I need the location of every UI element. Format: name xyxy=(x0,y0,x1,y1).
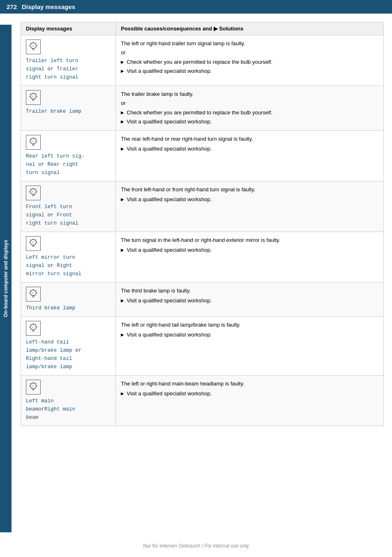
or-text: or xyxy=(121,99,378,107)
svg-line-69 xyxy=(30,383,31,384)
solutions-list: Visit a qualified specialist workshop. xyxy=(121,195,378,204)
lamp-icon: ! xyxy=(26,236,41,251)
solutions-list: Visit a qualified specialist workshop. xyxy=(121,331,378,339)
solution-item: Visit a qualified specialist workshop. xyxy=(121,246,378,254)
solutions-list: Check whether you are permitted to repla… xyxy=(121,109,378,125)
sidebar-label: On-board computer and displays xyxy=(0,25,12,532)
svg-text:!: ! xyxy=(32,190,33,193)
solution-item: Visit a qualified specialist workshop. xyxy=(121,118,378,126)
solutions-list: Visit a qualified specialist workshop. xyxy=(121,246,378,254)
solution-item: Check whether you are permitted to repla… xyxy=(121,109,378,117)
col2-header: Possible causes/consequences and ▶ Solut… xyxy=(116,22,384,35)
table-row: !Left-hand tail lamp/brake lamp or Right… xyxy=(21,317,116,376)
cause-text: The turn signal in the left-hand or righ… xyxy=(121,236,378,244)
solution-item: Visit a qualified specialist workshop. xyxy=(121,390,378,398)
svg-line-67 xyxy=(36,383,37,384)
table-row: !Third brake lamp xyxy=(21,283,116,317)
cause-text: The left or right-hand trailer turn sign… xyxy=(121,39,378,48)
lamp-icon: ! xyxy=(26,321,41,336)
cause-text: The front left-hand or front right-hand … xyxy=(121,186,378,194)
svg-line-40 xyxy=(36,240,37,241)
table-row: !Trailer left turn signal or Trailer rig… xyxy=(21,35,116,86)
main-content: Display messages Possible causes/consequ… xyxy=(12,14,392,434)
or-text: or xyxy=(121,49,378,57)
message-label: Rear left turn sig- nal or Rear right tu… xyxy=(26,152,111,177)
solution-item: Visit a qualified specialist workshop. xyxy=(121,67,378,75)
svg-line-15 xyxy=(30,94,31,95)
lamp-icon: ! xyxy=(26,39,41,54)
svg-text:!: ! xyxy=(32,140,33,143)
svg-text:!: ! xyxy=(32,44,33,47)
message-label: Trailer brake lamp xyxy=(26,107,111,116)
svg-line-13 xyxy=(36,94,37,95)
solutions-cell: The left or right-hand trailer turn sign… xyxy=(116,35,384,86)
cause-text: The third brake lamp is faulty. xyxy=(121,287,378,295)
solutions-list: Visit a qualified specialist workshop. xyxy=(121,390,378,398)
solutions-list: Check whether you are permitted to repla… xyxy=(121,58,378,75)
solution-item: Visit a qualified specialist workshop. xyxy=(121,297,378,305)
table-row: !Trailer brake lamp xyxy=(21,86,116,131)
svg-line-22 xyxy=(36,139,37,139)
svg-line-60 xyxy=(30,325,31,325)
lamp-icon: ! xyxy=(26,287,41,302)
page-number: 272 xyxy=(7,3,17,10)
message-label: Front left turn signal or Front right tu… xyxy=(26,203,111,227)
svg-line-31 xyxy=(36,189,37,190)
lamp-icon: ! xyxy=(26,90,41,105)
solutions-cell: The front left-hand or front right-hand … xyxy=(116,181,384,232)
cause-text: The left or right-hand main-beam headlam… xyxy=(121,380,378,388)
message-label: Left-hand tail lamp/brake lamp or Right-… xyxy=(26,338,111,371)
page-title: Display messages xyxy=(22,3,75,10)
page-header: 272 Display messages xyxy=(0,0,392,14)
table-row: !Front left turn signal or Front right t… xyxy=(21,181,116,232)
svg-text:!: ! xyxy=(32,241,33,244)
svg-line-58 xyxy=(36,325,37,325)
svg-text:!: ! xyxy=(32,385,33,388)
solutions-cell: The left or right-hand tail lamp/brake l… xyxy=(116,317,384,376)
cause-text: The trailer brake lamp is faulty. xyxy=(121,90,378,98)
cause-text: The rear left-hand or rear right-hand tu… xyxy=(121,135,378,143)
svg-line-6 xyxy=(30,43,31,44)
message-label: Left mirror turn signal or Right mirror … xyxy=(26,253,111,278)
svg-text:!: ! xyxy=(32,326,33,329)
solutions-list: Visit a qualified specialist workshop. xyxy=(121,145,378,153)
svg-line-24 xyxy=(30,139,31,139)
svg-line-42 xyxy=(30,240,31,241)
svg-line-4 xyxy=(36,43,37,44)
solutions-cell: The rear left-hand or rear right-hand tu… xyxy=(116,131,384,181)
svg-line-51 xyxy=(30,290,31,291)
table-row: !Rear left turn sig- nal or Rear right t… xyxy=(21,131,116,181)
svg-line-33 xyxy=(30,189,31,190)
solution-item: Check whether you are permitted to repla… xyxy=(121,58,378,66)
solutions-cell: The left or right-hand main-beam headlam… xyxy=(116,376,384,426)
solution-item: Visit a qualified specialist workshop. xyxy=(121,195,378,204)
message-label: Trailer left turn signal or Trailer righ… xyxy=(26,57,111,81)
solutions-cell: The trailer brake lamp is faulty.orCheck… xyxy=(116,86,384,131)
lamp-icon: ! xyxy=(26,135,41,150)
table-row: !Left main beamorRight main beam xyxy=(21,376,116,426)
svg-text:!: ! xyxy=(32,95,33,98)
display-table: Display messages Possible causes/consequ… xyxy=(21,22,384,426)
col1-header: Display messages xyxy=(21,22,116,35)
solution-item: Visit a qualified specialist workshop. xyxy=(121,331,378,339)
solutions-cell: The turn signal in the left-hand or righ… xyxy=(116,232,384,283)
cause-text: The left or right-hand tail lamp/brake l… xyxy=(121,321,378,329)
lamp-icon: ! xyxy=(26,186,41,200)
table-row: !Left mirror turn signal or Right mirror… xyxy=(21,232,116,283)
solutions-list: Visit a qualified specialist workshop. xyxy=(121,297,378,305)
solutions-cell: The third brake lamp is faulty.Visit a q… xyxy=(116,283,384,317)
message-label: Third brake lamp xyxy=(26,304,111,312)
lamp-icon: ! xyxy=(26,380,41,395)
solution-item: Visit a qualified specialist workshop. xyxy=(121,145,378,153)
message-label: Left main beamorRight main beam xyxy=(26,397,111,422)
svg-text:!: ! xyxy=(32,292,33,295)
svg-line-49 xyxy=(36,290,37,291)
page-footer: Nur für internen Gebrauch / For internal… xyxy=(0,543,392,549)
